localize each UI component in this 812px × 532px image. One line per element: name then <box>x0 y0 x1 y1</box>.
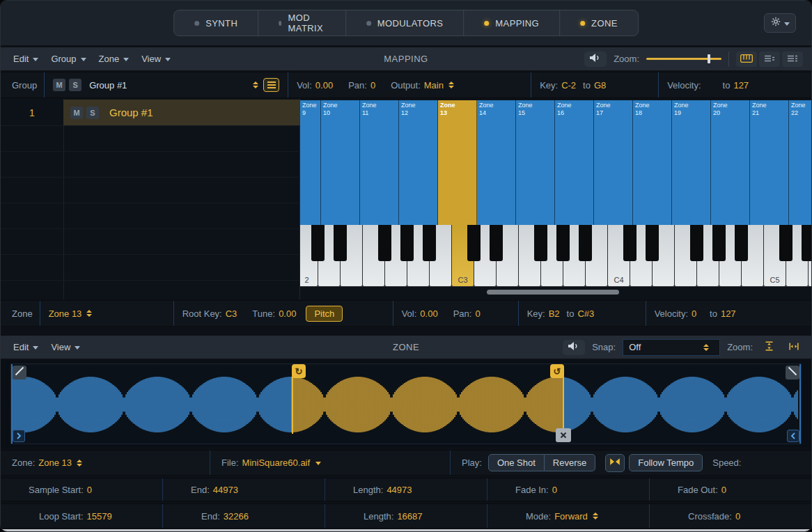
black-key[interactable] <box>779 225 793 261</box>
scrollbar-thumb[interactable] <box>487 290 619 295</box>
group-select-cell[interactable]: M S Group #1 <box>44 72 288 97</box>
loop-start-handle[interactable]: ↻ <box>292 364 306 378</box>
group-key-low-value[interactable]: C-2 <box>561 80 576 91</box>
sample-end-marker[interactable] <box>799 364 801 444</box>
wave-panel[interactable]: ↻ ↺ <box>10 363 802 444</box>
group-mute-button[interactable]: M <box>53 79 65 91</box>
zone-zone-9[interactable]: Zone9 <box>300 100 321 225</box>
fade-out-value[interactable]: 0 <box>721 485 726 495</box>
tab-mod-matrix[interactable]: MOD MATRIX <box>258 10 346 36</box>
group-pan-value[interactable]: 0 <box>370 80 375 91</box>
black-key[interactable] <box>490 225 503 261</box>
settings-button[interactable] <box>764 13 796 33</box>
black-key[interactable] <box>646 225 659 261</box>
menu-zone[interactable]: Zone <box>99 54 130 64</box>
zone-zone-14[interactable]: Zone14 <box>477 100 516 225</box>
zone-name-value[interactable]: Zone 13 <box>49 308 82 319</box>
black-key[interactable] <box>378 225 391 261</box>
zone-zone-13[interactable]: Zone13 <box>438 100 477 225</box>
group-solo-button[interactable]: S <box>69 79 81 91</box>
black-key[interactable] <box>556 225 570 261</box>
group-name-value[interactable]: Group #1 <box>89 80 127 91</box>
updown-chevron-icon[interactable] <box>253 81 258 88</box>
black-key[interactable] <box>579 225 592 261</box>
zone-key-high-value[interactable]: C#3 <box>577 308 594 319</box>
group-menu-button[interactable] <box>263 78 279 92</box>
updown-chevron-icon[interactable] <box>448 81 454 88</box>
black-key[interactable] <box>735 225 748 261</box>
crossfade-value[interactable]: 0 <box>735 511 740 522</box>
group-velocity-high-value[interactable]: 127 <box>733 80 749 91</box>
zone-velocity-low-value[interactable]: 0 <box>692 308 703 319</box>
reverse-button[interactable]: Reverse <box>545 454 595 471</box>
vertical-zoom-button[interactable] <box>760 340 778 355</box>
menu-view[interactable]: View <box>51 342 80 352</box>
zone-zone-21[interactable]: Zone21 <box>750 100 789 225</box>
group-list-row[interactable]: 1 M S Group #1 <box>1 100 300 125</box>
tab-synth[interactable]: SYNTH <box>174 10 258 36</box>
zone-zone-17[interactable]: Zone17 <box>594 100 633 225</box>
sample-length-value[interactable]: 44973 <box>387 485 412 495</box>
scroll-right-button[interactable] <box>787 430 799 442</box>
mode-value[interactable]: Forward <box>554 511 588 522</box>
black-key[interactable] <box>802 225 812 261</box>
pitch-toggle-button[interactable]: Pitch <box>306 306 343 322</box>
zone-vol-value[interactable]: 0.00 <box>420 308 437 319</box>
list-solo-button[interactable]: S <box>86 107 99 119</box>
black-key[interactable] <box>423 225 436 261</box>
black-key[interactable] <box>623 225 637 261</box>
loop-end-value[interactable]: 32266 <box>224 511 249 522</box>
fade-in-handle[interactable] <box>13 366 26 380</box>
view-keyboard-button[interactable] <box>736 52 757 67</box>
zone-value[interactable]: Zone 13 <box>38 457 72 468</box>
scroll-left-button[interactable] <box>13 430 25 442</box>
one-shot-button[interactable]: One Shot <box>488 454 545 471</box>
mapping-zoom-slider[interactable] <box>646 58 721 60</box>
loop-end-line[interactable] <box>563 376 564 434</box>
zone-zone-22[interactable]: Zone22 <box>789 100 812 225</box>
zone-zone-19[interactable]: Zone19 <box>672 100 711 225</box>
sample-end-value[interactable]: 44973 <box>213 485 238 495</box>
loop-mode-cell[interactable]: Mode: Forward <box>487 504 649 528</box>
tab-modulators[interactable]: MODULATORS <box>346 10 464 36</box>
zone-select-cell[interactable]: Zone 13 <box>40 301 173 326</box>
zone-zone-11[interactable]: Zone11 <box>360 100 399 225</box>
view-zone-button[interactable] <box>782 52 803 67</box>
loop-length-value[interactable]: 16687 <box>397 511 422 522</box>
window-resize-edge[interactable] <box>1 529 811 531</box>
tab-mapping[interactable]: MAPPING <box>464 10 560 36</box>
fade-in-value[interactable]: 0 <box>552 485 557 495</box>
black-key[interactable] <box>311 225 325 261</box>
updown-chevron-icon[interactable] <box>77 460 82 467</box>
audition-button[interactable] <box>563 340 585 355</box>
tab-zone[interactable]: ZONE <box>560 10 638 36</box>
loop-mode-button[interactable] <box>605 454 625 472</box>
black-key[interactable] <box>400 225 414 261</box>
horizontal-zoom-button[interactable] <box>785 340 803 355</box>
zone-zone-15[interactable]: Zone15 <box>516 100 555 225</box>
zoom-slider-thumb[interactable] <box>708 54 710 63</box>
zone-velocity-high-value[interactable]: 127 <box>721 308 736 319</box>
black-key[interactable] <box>334 225 347 261</box>
loop-start-line[interactable] <box>292 376 293 434</box>
view-group-button[interactable] <box>759 52 780 67</box>
group-key-high-value[interactable]: G8 <box>594 80 606 91</box>
zone-pan-value[interactable]: 0 <box>475 308 480 319</box>
group-row-body[interactable]: M S Group #1 <box>63 100 300 125</box>
zone-zone-18[interactable]: Zone18 <box>633 100 672 225</box>
black-key[interactable] <box>467 225 481 261</box>
loop-end-handle[interactable]: ↺ <box>550 364 564 378</box>
sample-start-value[interactable]: 0 <box>87 485 92 495</box>
clear-loop-button[interactable] <box>556 428 571 442</box>
updown-chevron-icon[interactable] <box>593 513 598 519</box>
zone-zone-20[interactable]: Zone20 <box>711 100 750 225</box>
menu-group[interactable]: Group <box>51 54 86 64</box>
zone-key-low-value[interactable]: B2 <box>549 308 560 319</box>
list-mute-button[interactable]: M <box>70 107 83 119</box>
audition-button[interactable] <box>584 52 607 67</box>
group-vol-value[interactable]: 0.00 <box>315 80 333 91</box>
file-cell[interactable]: File: MiniSquare60.aif <box>210 451 450 475</box>
zone-zone-16[interactable]: Zone16 <box>555 100 594 225</box>
zone-zone-10[interactable]: Zone10 <box>321 100 360 225</box>
zone-dropdown-cell[interactable]: Zone: Zone 13 <box>1 451 210 475</box>
